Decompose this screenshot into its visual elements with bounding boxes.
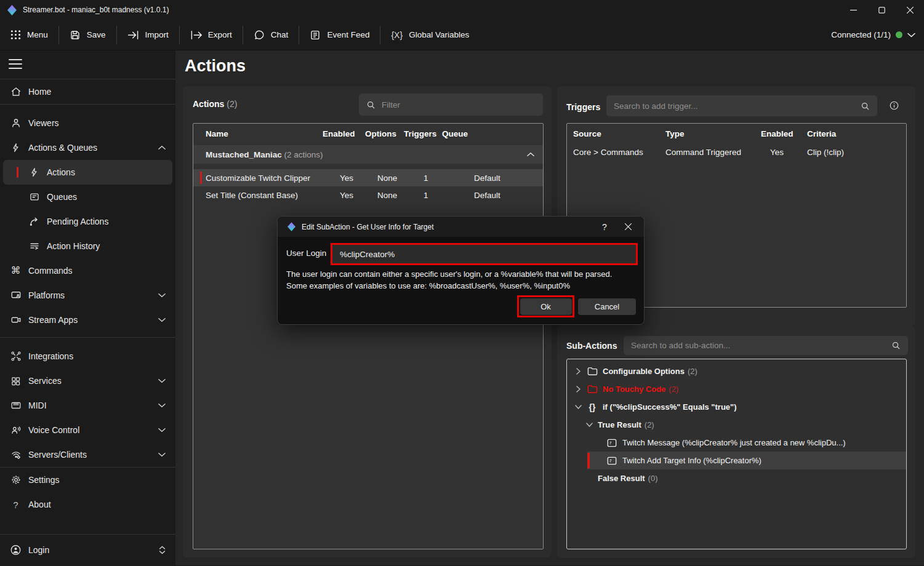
code-block-icon: {} [587,402,598,412]
annotation-highlight-ok: Ok [517,295,574,317]
subaction-search-input[interactable] [624,336,908,355]
main-toolbar: Menu Save Import Export Chat Event Feed … [0,20,924,50]
pending-arrow-icon [28,216,40,228]
chevron-down-icon [158,428,166,432]
page-title: Actions [185,57,246,76]
sidebar-collapse-button[interactable] [9,59,22,69]
search-icon [861,102,870,111]
sidebar-item-voice-control[interactable]: Voice Control [0,418,175,442]
user-login-input[interactable] [332,245,636,263]
chevron-down-icon [158,378,166,383]
export-icon [190,30,202,40]
window-titlebar: Streamer.bot - maniac_b0t madness (v1.0.… [0,0,924,20]
tree-item-true-result[interactable]: True Result(2) [567,416,906,434]
sidebar-item-home[interactable]: Home [0,79,175,104]
folder-icon [587,385,598,394]
sidebar-item-about[interactable]: ? About [0,492,175,517]
chevron-down-icon[interactable] [573,405,583,409]
action-row-customizable-twitch-clipper[interactable]: Customizable Twitch Clipper Yes None 1 D… [193,169,543,186]
sidebar-item-midi[interactable]: MIDI [0,393,175,418]
chevron-down-icon[interactable] [584,423,594,427]
tree-item-configurable-options[interactable]: Configurable Options(2) [567,362,906,380]
tree-item-if-condition[interactable]: {} if ("%clipSuccess%" Equals "true") [567,398,906,416]
search-icon [366,100,376,110]
dialog-titlebar: Edit SubAction - Get User Info for Targe… [278,217,644,237]
app-logo-icon [287,222,295,231]
tree-item-twitch-message[interactable]: Twitch Message (%clipCreator% just creat… [567,434,906,452]
minimize-button[interactable] [839,0,867,20]
user-login-label: User Login [286,249,326,258]
maximize-button[interactable] [867,0,896,20]
info-icon[interactable] [889,100,899,111]
menu-grid-icon [10,30,21,40]
tree-item-twitch-add-target-info[interactable]: Twitch Add Target Info (%clipCreator%) [587,452,906,469]
ok-button[interactable]: Ok [520,298,572,315]
subactions-panel: Sub-Actions Configurable Options(2) No T… [557,326,915,558]
import-button[interactable]: Import [117,20,179,50]
trigger-search-input[interactable] [606,95,877,116]
chevron-up-icon [158,145,166,150]
sidebar-item-login[interactable]: Login [0,535,175,565]
home-icon [10,86,22,98]
app-logo-icon [7,5,17,15]
tree-item-false-result[interactable]: False Result(0) [567,469,906,487]
services-icon [10,375,22,387]
export-button[interactable]: Export [180,20,243,50]
actions-table-header: Name Enabled Options Triggers Queue [193,124,543,143]
sidebar-item-actions-queues[interactable]: Actions & Queues [0,135,175,160]
chevron-down-icon [158,317,166,322]
global-variables-icon: {X} [391,31,403,39]
subactions-panel-title: Sub-Actions [566,341,617,351]
action-group-row[interactable]: Mustached_Maniac (2 actions) [193,145,543,164]
sidebar-item-stream-apps[interactable]: Stream Apps [0,308,175,332]
sidebar-item-settings[interactable]: Settings [0,468,175,492]
subaction-card-icon [606,456,617,465]
search-icon [891,341,901,350]
action-row-set-title[interactable]: Set Title (Constant Base) Yes None 1 Def… [193,186,543,204]
chat-icon [254,30,265,41]
save-button[interactable]: Save [59,20,116,50]
queue-icon [28,191,40,203]
sidebar-item-action-history[interactable]: Action History [0,234,175,258]
sidebar-item-viewers[interactable]: Viewers [0,111,175,135]
triggers-table-header: Source Type Enabled Criteria [567,124,906,143]
chevron-right-icon[interactable] [573,368,583,375]
question-icon: ? [10,499,22,511]
dialog-close-button[interactable] [617,218,639,236]
subactions-tree: Configurable Options(2) No Touchy Code(2… [566,359,907,549]
actions-filter-input[interactable] [359,94,543,116]
sidebar-item-queues[interactable]: Queues [0,185,175,209]
chevron-right-icon[interactable] [573,386,583,393]
close-button[interactable] [896,0,924,20]
connected-status-dot [896,31,902,38]
sidebar-item-integrations[interactable]: Integrations [0,344,175,369]
command-icon: ⌘ [10,265,22,277]
sidebar-item-pending-actions[interactable]: Pending Actions [0,209,175,234]
event-feed-button[interactable]: Event Feed [299,20,380,50]
global-variables-button[interactable]: {X} Global Variables [380,20,480,50]
sidebar-item-servers-clients[interactable]: Servers/Clients [0,442,175,467]
sidebar-item-commands[interactable]: ⌘ Commands [0,258,175,283]
menu-button[interactable]: Menu [0,20,58,50]
tree-item-no-touchy-code[interactable]: No Touchy Code(2) [567,380,906,398]
chevron-down-icon [907,33,915,38]
sidebar: Home Viewers Actions & Queues Actions Qu… [0,50,175,565]
actions-panel-title: Actions (2) [193,99,237,109]
chat-button[interactable]: Chat [243,20,299,50]
person-icon [10,118,22,129]
sidebar-item-platforms[interactable]: Platforms [0,283,175,308]
actions-count: (2) [227,99,237,109]
dialog-help-button[interactable]: ? [593,218,616,236]
chevron-up-icon[interactable] [527,152,534,157]
folder-icon [587,367,598,376]
stream-apps-icon [10,314,22,326]
sidebar-item-services[interactable]: Services [0,369,175,393]
dialog-help-text-line2: Some examples of variables to use are: %… [286,281,570,290]
connection-status[interactable]: Connected (1/1) [831,30,924,39]
sidebar-item-actions[interactable]: Actions [3,160,172,185]
lightning-icon [28,167,40,178]
trigger-row[interactable]: Core > Commands Command Triggered Yes Cl… [567,143,906,161]
chevron-down-icon [158,293,166,298]
cancel-button[interactable]: Cancel [578,298,636,315]
servers-icon [10,449,22,461]
